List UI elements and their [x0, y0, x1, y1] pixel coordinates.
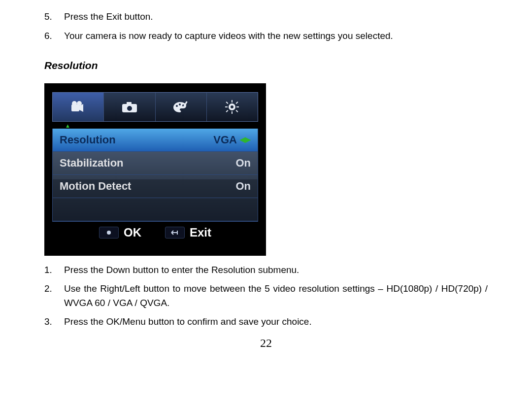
tab-photo[interactable]: [104, 93, 155, 121]
list-text: Press the Exit button.: [64, 10, 488, 24]
svg-point-20: [107, 231, 111, 235]
svg-rect-18: [226, 110, 229, 112]
exit-label: Exit: [190, 224, 211, 241]
menu-row-stabilization[interactable]: Stabilization On: [53, 152, 258, 175]
list-text: Press the OK/Menu button to confirm and …: [64, 315, 488, 329]
list-text: Your camera is now ready to capture vide…: [64, 29, 488, 43]
list-number: 5.: [44, 10, 64, 24]
svg-point-2: [72, 101, 77, 106]
menu-row-value: On: [235, 155, 251, 171]
svg-rect-14: [225, 106, 228, 107]
menu-row-motion-detect[interactable]: Motion Detect On: [53, 175, 258, 198]
list-item: 1. Press the Down button to enter the Re…: [44, 263, 488, 277]
page-number: 22: [44, 334, 488, 352]
menu-row-empty: [53, 198, 258, 221]
list-number: 6.: [44, 29, 64, 43]
video-icon: [68, 100, 88, 114]
camera-menu-screenshot: ▲ Resolution VGA ◀▶ Stabilization On Mot…: [44, 83, 266, 256]
tab-effects[interactable]: [156, 93, 207, 121]
steps-bottom-list: 1. Press the Down button to enter the Re…: [44, 263, 488, 329]
menu-footer: OK Exit: [52, 222, 258, 243]
tab-video[interactable]: [53, 93, 104, 121]
menu-row-label: Stabilization: [60, 155, 124, 171]
exit-button[interactable]: Exit: [165, 224, 211, 241]
tab-settings[interactable]: [207, 93, 258, 121]
menu-row-value: On: [235, 178, 251, 194]
menu-tabbar: [52, 92, 258, 122]
palette-icon: [172, 100, 190, 114]
list-number: 3.: [44, 315, 64, 329]
svg-rect-12: [232, 100, 233, 102]
svg-rect-17: [236, 102, 238, 104]
list-text: Use the Right/Left button to move betwee…: [64, 282, 488, 310]
steps-top-list: 5. Press the Exit button. 6. Your camera…: [44, 10, 488, 43]
list-number: 2.: [44, 282, 64, 310]
svg-rect-19: [236, 110, 238, 112]
svg-point-9: [179, 103, 181, 105]
list-number: 1.: [44, 263, 64, 277]
list-item: 5. Press the Exit button.: [44, 10, 488, 24]
gear-icon: [224, 99, 240, 115]
list-item: 6. Your camera is now ready to capture v…: [44, 29, 488, 43]
ok-label: OK: [124, 224, 141, 241]
left-right-arrows-icon: ◀▶: [240, 135, 251, 145]
up-arrow-indicator: ▲: [65, 123, 258, 129]
ok-badge-icon: [99, 227, 119, 239]
camera-icon: [121, 101, 138, 113]
menu-row-value: VGA ◀▶: [213, 132, 251, 148]
menu-rows: Resolution VGA ◀▶ Stabilization On Motio…: [52, 129, 258, 222]
svg-rect-15: [236, 106, 239, 107]
svg-point-3: [77, 101, 82, 106]
menu-row-label: Motion Detect: [60, 178, 131, 194]
svg-point-8: [176, 105, 178, 107]
menu-row-label: Resolution: [60, 132, 116, 148]
section-heading-resolution: Resolution: [44, 58, 488, 73]
list-text: Press the Down button to enter the Resol…: [64, 263, 488, 277]
ok-button[interactable]: OK: [99, 224, 141, 241]
svg-rect-16: [226, 102, 229, 104]
svg-rect-13: [232, 111, 233, 114]
list-item: 2. Use the Right/Left button to move bet…: [44, 282, 488, 310]
exit-badge-icon: [165, 227, 185, 239]
list-item: 3. Press the OK/Menu button to confirm a…: [44, 315, 488, 329]
manual-page: 5. Press the Exit button. 6. Your camera…: [0, 0, 532, 352]
menu-row-resolution[interactable]: Resolution VGA ◀▶: [53, 129, 258, 152]
svg-rect-5: [127, 102, 132, 105]
